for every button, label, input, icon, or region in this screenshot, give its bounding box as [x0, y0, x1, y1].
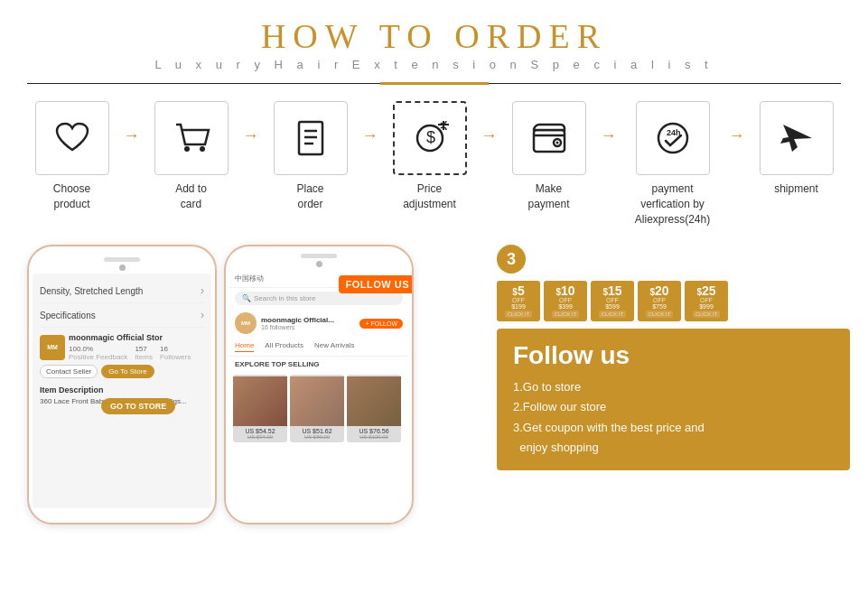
product-2-old-price: US $89.00 [304, 434, 330, 440]
payment-verification-icon-box: 24h [636, 101, 710, 175]
step-number-badge: 3 [497, 245, 526, 274]
step-label-choose: Chooseproduct [53, 181, 90, 212]
coupon-row: $ 5 OFF $199 CLICK IT $ 10 OFF $399 CLIC… [497, 281, 850, 321]
coupon-4[interactable]: $ 20 OFF $759 CLICK IT [638, 281, 681, 321]
arrow-4: → [480, 126, 499, 145]
svg-point-0 [184, 146, 190, 152]
search-icon: 🔍 [242, 294, 251, 302]
go-to-store-badge[interactable]: GO TO STORE [101, 398, 175, 414]
note-icon [288, 116, 333, 161]
coupon-3-off: OFF [606, 297, 619, 303]
coupon-1-amount: 5 [518, 284, 525, 297]
coupon-2[interactable]: $ 10 OFF $399 CLICK IT [544, 281, 587, 321]
right-panel: 3 $ 5 OFF $199 CLICK IT $ 10 OFF $399 CL… [488, 236, 868, 524]
coupon-4-off: OFF [653, 297, 666, 303]
phone2-screen: 中国移动 17:06 🔍 Search in this store MM moo… [229, 270, 408, 505]
product-2-price: US $51.62 [302, 428, 331, 434]
coupon-3-threshold: $599 [605, 303, 620, 310]
step-label-shipment: shipment [774, 181, 818, 197]
coupon-3[interactable]: $ 15 OFF $599 CLICK IT [591, 281, 634, 321]
coupon-1[interactable]: $ 5 OFF $199 CLICK IT [497, 281, 540, 321]
step-label-price: Priceadjustment [403, 181, 456, 212]
arrow-6: → [727, 126, 747, 145]
phone1-row-specifications: Specifications › [40, 303, 204, 328]
store-name: moonmagic Official Stor [69, 333, 191, 342]
step-label-verification: paymentverfication byAliexpress(24h) [635, 181, 710, 227]
step-make-payment: Makepayment [499, 101, 599, 212]
shipment-icon-box [760, 101, 834, 175]
page-title: HOW TO ORDER [0, 16, 868, 56]
arrow-2: → [241, 126, 261, 145]
follow-us-badge: FOLLOW US [339, 275, 415, 293]
divider-accent [380, 82, 489, 85]
coupon-2-threshold: $399 [558, 303, 573, 310]
coupon-4-threshold: $759 [652, 303, 667, 310]
product-2[interactable]: US $51.62 US $89.00 [290, 375, 344, 442]
search-placeholder: Search in this store [254, 294, 315, 302]
coupon-2-click: CLICK IT [552, 311, 580, 318]
svg-text:24h: 24h [667, 128, 681, 137]
product-3-price: US $76.56 [359, 428, 388, 434]
coupon-1-off: OFF [512, 297, 525, 303]
explore-label: EXPLORE TOP SELLING [229, 357, 408, 372]
product-1-price: US $54.52 [245, 428, 275, 434]
store-avatar: MM [40, 335, 65, 360]
place-order-icon-box [274, 101, 348, 175]
step-payment-verification: 24h paymentverfication byAliexpress(24h) [619, 101, 727, 227]
contact-seller-button[interactable]: Contact Seller [40, 365, 98, 378]
coupon-4-click: CLICK IT [646, 311, 674, 318]
step-price-adjustment: $ Priceadjustment [380, 101, 480, 212]
product-3[interactable]: US $76.56 US $130.00 [347, 375, 401, 442]
store-stats: 100.0%Positive Feedback 157Items 16Follo… [69, 345, 191, 361]
coupon-5[interactable]: $ 25 OFF $999 CLICK IT [685, 281, 728, 321]
phone2-followers: 16 followers [261, 324, 334, 330]
nav-all-products[interactable]: All Products [265, 341, 303, 352]
arrow-3: → [360, 126, 380, 145]
divider-left [27, 83, 380, 85]
arrow-5: → [599, 126, 619, 145]
product-3-old-price: US $130.00 [359, 434, 388, 440]
steps-row: Chooseproduct → Add tocard → Placeorder … [0, 85, 868, 236]
store-buttons[interactable]: Contact Seller Go To Store [40, 365, 204, 378]
follow-steps: 1.Go to store 2.Follow our store 3.Get c… [513, 377, 834, 457]
airplane-icon [774, 116, 819, 161]
coupon-5-threshold: $999 [699, 303, 714, 310]
phone1-row-density: Density, Stretched Length › [40, 279, 204, 303]
phone2-search[interactable]: 🔍 Search in this store [235, 292, 403, 305]
divider-right [489, 83, 842, 85]
wallet-icon [527, 116, 572, 161]
add-to-card-icon-box [154, 101, 229, 175]
step-place-order: Placeorder [261, 101, 360, 212]
follow-step-3: 3.Get coupon with the best price and enj… [513, 418, 834, 458]
product-1-image [233, 376, 287, 426]
choose-product-icon-box [35, 101, 109, 175]
follow-step-1: 1.Go to store [513, 377, 834, 397]
coupon-2-amount: 10 [561, 284, 575, 297]
coupon-2-off: OFF [559, 297, 572, 303]
product-3-image [347, 376, 401, 426]
item-description-label: Item Description [40, 385, 204, 394]
phone2-nav[interactable]: Home All Products New Arrivals [229, 338, 408, 357]
phone2-store-avatar: MM [235, 312, 257, 334]
cart-icon [169, 116, 214, 161]
price-adjustment-icon-box: $ [393, 101, 467, 175]
follow-button[interactable]: + FOLLOW [359, 319, 403, 329]
store-info: MM moonmagic Official Stor 100.0%Positiv… [40, 333, 204, 361]
phone2-products: US $54.52 US $94.00 US $51.62 US $89.00 … [229, 372, 408, 445]
go-to-store-button-small[interactable]: Go To Store [101, 365, 154, 378]
follow-title: Follow us [513, 341, 834, 370]
follow-box: Follow us 1.Go to store 2.Follow our sto… [497, 329, 850, 469]
arrow-1: → [122, 126, 142, 145]
coupon-5-click: CLICK IT [693, 311, 721, 318]
product-2-image [290, 376, 344, 426]
product-1[interactable]: US $54.52 US $94.00 [233, 375, 287, 442]
coupon-3-amount: 15 [608, 284, 622, 297]
step-shipment: shipment [747, 101, 846, 197]
nav-home[interactable]: Home [235, 341, 254, 352]
bottom-section: Density, Stretched Length › Specificatio… [0, 236, 868, 524]
page-subtitle: L u x u r y H a i r E x t e n s i o n S … [0, 58, 868, 71]
svg-point-1 [200, 146, 205, 152]
nav-new-arrivals[interactable]: New Arrivals [314, 341, 354, 352]
follow-step-2: 2.Follow our store [513, 397, 834, 417]
clock-check-icon: 24h [650, 116, 695, 161]
